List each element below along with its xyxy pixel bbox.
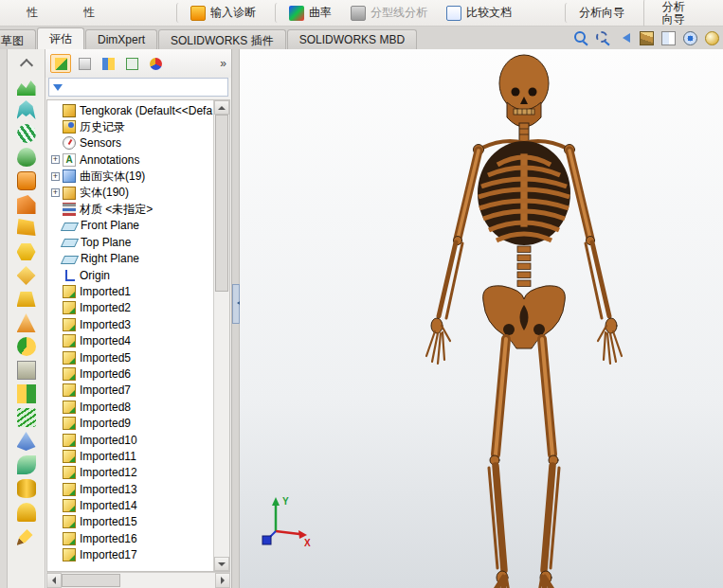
tree-item[interactable]: Imported4 — [51, 332, 213, 348]
tree-item[interactable]: Right Plane — [51, 251, 213, 267]
tree-item[interactable]: Imported12 — [51, 465, 213, 481]
expand-box-icon[interactable] — [51, 452, 60, 460]
expand-box-icon[interactable] — [51, 188, 60, 197]
expand-box-icon[interactable] — [51, 320, 60, 329]
expand-box-icon[interactable] — [51, 353, 60, 362]
panel-collapse-handle[interactable] — [232, 284, 240, 324]
tab-evaluate[interactable]: 评估 — [37, 27, 84, 49]
tree-item[interactable]: Imported10 — [51, 432, 213, 448]
propertymanager-tab[interactable] — [74, 54, 95, 73]
tree-item[interactable]: Imported14 — [51, 497, 213, 513]
tree-item[interactable]: 材质 <未指定> — [51, 201, 213, 217]
configurationmanager-tab[interactable] — [98, 54, 118, 73]
tab-solidworks-addins[interactable]: SOLIDWORKS 插件 — [158, 29, 286, 49]
tree-item[interactable]: Sensors — [51, 135, 213, 151]
tree-item[interactable]: Imported9 — [51, 415, 213, 431]
tree-item[interactable]: Imported3 — [51, 316, 213, 332]
expand-box-icon[interactable] — [51, 172, 60, 181]
expand-box-icon[interactable] — [51, 469, 60, 477]
tree-item[interactable]: Imported13 — [51, 481, 213, 497]
import-diagnostics-button[interactable]: 输入诊断 — [176, 3, 263, 23]
hide-show-items-icon[interactable] — [683, 31, 697, 45]
expand-box-icon[interactable] — [51, 419, 60, 428]
scrollbar-thumb[interactable] — [215, 115, 228, 292]
tree-vertical-scrollbar[interactable] — [213, 100, 229, 571]
expand-box-icon[interactable] — [51, 139, 60, 148]
tab-solidworks-mbd[interactable]: SOLIDWORKS MBD — [287, 29, 417, 49]
expand-box-icon[interactable] — [51, 304, 60, 312]
sensor-icon[interactable] — [17, 313, 36, 332]
thickness-analysis-icon[interactable] — [17, 219, 36, 238]
scrollbar-thumb[interactable] — [62, 574, 120, 587]
zebra-stripes-icon[interactable] — [17, 124, 36, 143]
tab-dimxpert[interactable]: DimXpert — [85, 29, 157, 49]
tree-item[interactable]: Imported16 — [51, 530, 213, 546]
parting-line-analysis-button[interactable]: 分型线分析 — [343, 3, 435, 23]
geometry-check-icon[interactable] — [17, 337, 36, 356]
surface-curvature-icon[interactable] — [17, 148, 36, 167]
manager-tabs-overflow-button[interactable]: » — [220, 57, 226, 70]
previous-view-icon[interactable] — [618, 31, 632, 45]
tree-item[interactable]: Imported8 — [51, 399, 213, 415]
tree-item[interactable]: Annotations — [51, 151, 213, 168]
expand-box-icon[interactable] — [51, 205, 60, 214]
curvature-button[interactable]: 曲率 — [275, 3, 339, 23]
scrollbar-track[interactable] — [214, 115, 229, 557]
tree-item[interactable]: Imported17 — [51, 547, 213, 563]
scroll-right-arrow-icon[interactable] — [215, 573, 230, 588]
graphics-viewport[interactable]: Y X — [240, 49, 723, 588]
tree-filter-input[interactable] — [66, 81, 224, 93]
expand-box-icon[interactable] — [51, 402, 60, 411]
expand-box-icon[interactable] — [51, 369, 60, 378]
sketch-icon[interactable] — [17, 526, 36, 545]
expand-box-icon[interactable] — [51, 386, 60, 395]
measure-icon[interactable] — [17, 242, 36, 261]
tree-item[interactable]: Imported6 — [51, 365, 213, 382]
expand-box-icon[interactable] — [51, 287, 60, 295]
scroll-up-icon[interactable] — [17, 53, 36, 72]
tab-sketch[interactable]: 草图 — [0, 29, 36, 49]
projected-curve-icon[interactable] — [17, 432, 36, 451]
expand-box-icon[interactable] — [51, 222, 60, 230]
tree-item[interactable]: Imported5 — [51, 349, 213, 365]
displaymanager-tab[interactable] — [145, 54, 166, 73]
edit-appearance-icon[interactable] — [705, 31, 719, 45]
helix-curve-icon[interactable] — [17, 408, 36, 427]
mass-properties-icon[interactable] — [17, 266, 36, 285]
featuremanager-tab[interactable] — [50, 54, 71, 73]
curvature-comb-icon[interactable] — [17, 100, 36, 119]
dimxpertmanager-tab[interactable] — [121, 54, 142, 73]
tree-item[interactable]: Imported1 — [51, 283, 213, 299]
analysis-wizard-button-2[interactable]: 分析向导 — [643, 0, 696, 27]
fillet-icon[interactable] — [17, 479, 36, 498]
expand-box-icon[interactable] — [51, 551, 60, 560]
expand-box-icon[interactable] — [51, 238, 60, 246]
expand-box-icon[interactable] — [51, 271, 60, 279]
tree-item[interactable]: 历史记录 — [51, 118, 213, 134]
scroll-down-arrow-icon[interactable] — [214, 557, 229, 571]
draft-analysis-icon[interactable] — [17, 171, 36, 190]
compare-documents-button[interactable]: 比较文档 — [439, 3, 519, 23]
tree-root-item[interactable]: Tengkorak (Default<<Defa — [51, 102, 213, 118]
tree-item[interactable]: Imported7 — [51, 383, 213, 399]
zoom-to-fit-icon[interactable] — [574, 31, 588, 45]
expand-box-icon[interactable] — [51, 534, 60, 543]
performance-evaluation-icon[interactable] — [17, 361, 36, 380]
view-orientation-icon[interactable] — [640, 31, 654, 45]
dome-icon[interactable] — [17, 503, 36, 522]
deviation-analysis-icon[interactable] — [17, 77, 36, 96]
tree-item[interactable]: 实体(190) — [51, 185, 213, 201]
scroll-left-arrow-icon[interactable] — [46, 573, 62, 588]
display-style-icon[interactable] — [661, 31, 676, 45]
composite-curve-icon[interactable] — [17, 455, 36, 474]
split-line-icon[interactable] — [17, 384, 36, 403]
scroll-up-arrow-icon[interactable] — [214, 100, 229, 115]
expand-box-icon[interactable] — [51, 436, 60, 444]
expand-box-icon[interactable] — [51, 155, 60, 164]
expand-box-icon[interactable] — [51, 255, 60, 263]
tree-item[interactable]: Top Plane — [51, 234, 213, 250]
expand-box-icon[interactable] — [51, 123, 60, 132]
tree-item[interactable]: 曲面实体(19) — [51, 169, 213, 185]
tree-item[interactable]: Front Plane — [51, 218, 213, 234]
tree-item[interactable]: Origin — [51, 267, 213, 283]
